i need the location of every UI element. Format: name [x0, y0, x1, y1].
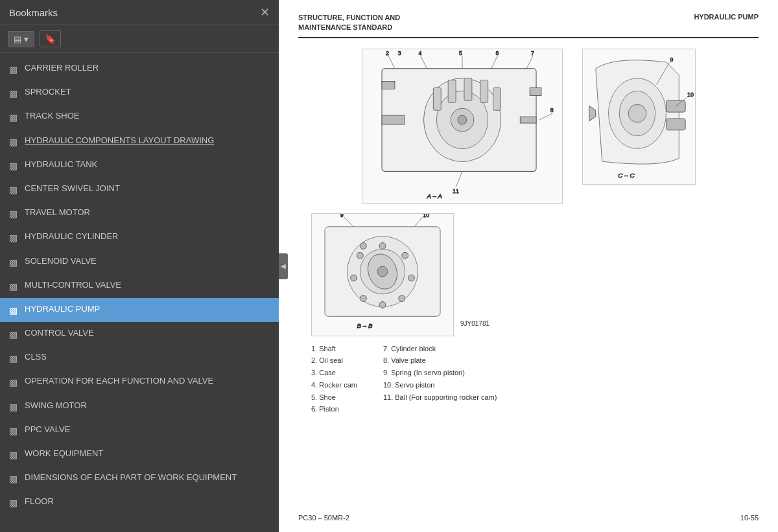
- bookmark-item-work-equipment[interactable]: ▩WORK EQUIPMENT: [0, 443, 279, 467]
- sidebar: Bookmarks ✕ ▤ ▾ 🔖 ▩CARRIER ROLLER▩SPROCK…: [0, 0, 279, 532]
- bookmark-item-solenoid-valve[interactable]: ▩SOLENOID VALVE: [0, 250, 279, 274]
- list-icon: ▤: [14, 34, 21, 44]
- bookmark-icon-hydraulic-components: ▩: [9, 136, 18, 148]
- svg-rect-11: [493, 87, 501, 110]
- svg-rect-13: [530, 87, 541, 95]
- bookmark-icon-clss: ▩: [9, 353, 18, 364]
- svg-line-16: [420, 56, 427, 69]
- close-button[interactable]: ✕: [260, 6, 270, 18]
- svg-line-19: [539, 113, 552, 120]
- bookmark-icon-hydraulic-cylinder: ▩: [9, 232, 18, 244]
- footer-page: 10-55: [740, 514, 759, 522]
- bookmark-label-swing-motor: SWING MOTOR: [25, 400, 270, 411]
- bookmark-label-center-swivel-joint: CENTER SWIVEL JOINT: [25, 183, 270, 194]
- main-content: STRUCTURE, FUNCTION AND MAINTENANCE STAN…: [279, 0, 778, 532]
- bookmark-icon-solenoid-valve: ▩: [9, 257, 18, 268]
- bookmark-label-carrier-roller: CARRIER ROLLER: [25, 63, 270, 74]
- legend-item: 4. Rocker cam: [311, 379, 357, 391]
- svg-text:5: 5: [459, 50, 462, 56]
- bookmark-icon-hydraulic-tank: ▩: [9, 160, 18, 172]
- bookmark-label-track-shoe: TRACK SHOE: [25, 111, 270, 122]
- svg-text:6: 6: [495, 50, 499, 56]
- bookmark-icon-ppc-valve: ▩: [9, 425, 18, 437]
- legend-item: 9. Spring (In servo piston): [383, 367, 497, 379]
- svg-text:C – C: C – C: [618, 172, 635, 179]
- bookmark-label-floor: FLOOR: [25, 496, 270, 507]
- bookmark-label-hydraulic-pump: HYDRAULIC PUMP: [25, 304, 270, 315]
- collapse-sidebar-button[interactable]: ◀: [279, 253, 288, 279]
- svg-text:B – B: B – B: [357, 322, 373, 329]
- bookmark-icon: 🔖: [45, 34, 56, 44]
- svg-text:8: 8: [550, 107, 553, 113]
- header-right: HYDRAULIC PUMP: [694, 13, 759, 21]
- bookmark-label-clss: CLSS: [25, 352, 270, 363]
- bookmark-item-multi-control-valve[interactable]: ▩MULTI-CONTROL VALVE: [0, 274, 279, 298]
- bookmark-label-dimensions-each-part: DIMENSIONS OF EACH PART OF WORK EQUIPMEN…: [25, 472, 270, 483]
- bookmark-item-ppc-valve[interactable]: ▩PPC VALVE: [0, 419, 279, 443]
- svg-text:9: 9: [340, 214, 344, 218]
- legend-item: 8. Valve plate: [383, 354, 497, 367]
- svg-point-32: [628, 104, 646, 122]
- legend-item: 7. Cylinder block: [383, 343, 497, 355]
- svg-line-56: [414, 217, 422, 227]
- bookmark-item-operation-each-function[interactable]: ▩OPERATION FOR EACH FUNCTION AND VALVE: [0, 370, 279, 394]
- bookmark-label-multi-control-valve: MULTI-CONTROL VALVE: [25, 280, 270, 291]
- view-options-button[interactable]: ▤ ▾: [8, 31, 34, 47]
- bookmark-item-center-swivel-joint[interactable]: ▩CENTER SWIVEL JOINT: [0, 178, 279, 202]
- svg-line-18: [526, 56, 533, 69]
- bookmark-label-operation-each-function: OPERATION FOR EACH FUNCTION AND VALVE: [25, 376, 270, 387]
- document-footer: PC30 – 50MR-2 10-55: [298, 514, 759, 522]
- svg-point-52: [357, 252, 363, 259]
- bookmark-item-swing-motor[interactable]: ▩SWING MOTOR: [0, 395, 279, 419]
- sidebar-header: Bookmarks ✕: [0, 0, 279, 25]
- bookmark-icon-track-shoe: ▩: [9, 111, 18, 123]
- svg-line-20: [456, 171, 462, 187]
- bookmark-item-carrier-roller[interactable]: ▩CARRIER ROLLER: [0, 57, 279, 81]
- svg-point-49: [379, 301, 386, 308]
- bookmark-item-floor[interactable]: ▩FLOOR: [0, 491, 279, 515]
- legend-item: 10. Servo piston: [383, 379, 497, 391]
- svg-text:10: 10: [687, 91, 694, 98]
- bookmark-item-travel-motor[interactable]: ▩TRAVEL MOTOR: [0, 202, 279, 226]
- sidebar-toolbar: ▤ ▾ 🔖: [0, 25, 279, 53]
- bookmark-item-hydraulic-components[interactable]: ▩HYDRAULIC COMPONENTS LAYOUT DRAWING: [0, 130, 279, 154]
- bookmark-icon-hydraulic-pump: ▩: [9, 305, 18, 316]
- bookmark-item-hydraulic-tank[interactable]: ▩HYDRAULIC TANK: [0, 154, 279, 178]
- svg-rect-8: [448, 80, 456, 102]
- bookmark-item-hydraulic-cylinder[interactable]: ▩HYDRAULIC CYLINDER: [0, 226, 279, 249]
- diagram-a: 2 3 4 5 6 7 8 11 A – A: [362, 49, 563, 204]
- svg-text:9: 9: [670, 56, 673, 63]
- svg-rect-9: [464, 78, 471, 100]
- legend-item: 6. Piston: [311, 403, 357, 415]
- svg-point-47: [408, 275, 415, 281]
- svg-rect-12: [382, 81, 395, 89]
- legend-item: 3. Case: [311, 367, 357, 379]
- bookmark-label-solenoid-valve: SOLENOID VALVE: [25, 256, 270, 267]
- bookmark-icon-button[interactable]: 🔖: [40, 30, 61, 47]
- svg-text:4: 4: [418, 50, 421, 56]
- dropdown-arrow-icon: ▾: [24, 34, 29, 44]
- bookmark-item-sprocket[interactable]: ▩SPROCKET: [0, 81, 279, 105]
- header-left: STRUCTURE, FUNCTION AND MAINTENANCE STAN…: [298, 13, 400, 33]
- svg-rect-34: [666, 119, 685, 130]
- bookmarks-list[interactable]: ▩CARRIER ROLLER▩SPROCKET▩TRACK SHOE▩HYDR…: [0, 53, 279, 532]
- bookmark-label-hydraulic-components: HYDRAULIC COMPONENTS LAYOUT DRAWING: [25, 135, 270, 146]
- header-line2: MAINTENANCE STANDARD: [298, 23, 400, 32]
- legend-item: 2. Oil seal: [311, 354, 357, 367]
- bookmark-item-control-valve[interactable]: ▩CONTROL VALVE: [0, 322, 279, 346]
- svg-text:11: 11: [453, 188, 459, 194]
- legend-area: 1. Shaft2. Oil seal3. Case4. Rocker cam5…: [298, 343, 759, 415]
- bookmark-item-clss[interactable]: ▩CLSS: [0, 346, 279, 370]
- svg-text:7: 7: [531, 50, 534, 56]
- bookmark-item-hydraulic-pump[interactable]: ▩HYDRAULIC PUMP: [0, 298, 279, 322]
- bookmark-item-track-shoe[interactable]: ▩TRACK SHOE: [0, 105, 279, 129]
- svg-rect-33: [666, 100, 685, 112]
- bookmark-icon-operation-each-function: ▩: [9, 376, 18, 388]
- header-line1: STRUCTURE, FUNCTION AND: [298, 13, 400, 23]
- bookmark-icon-travel-motor: ▩: [9, 208, 18, 220]
- bookmark-item-dimensions-each-part[interactable]: ▩DIMENSIONS OF EACH PART OF WORK EQUIPME…: [0, 467, 279, 491]
- svg-line-15: [388, 56, 394, 69]
- bookmark-icon-swing-motor: ▩: [9, 401, 18, 413]
- bookmark-icon-center-swivel-joint: ▩: [9, 184, 18, 196]
- sidebar-title: Bookmarks: [9, 7, 58, 18]
